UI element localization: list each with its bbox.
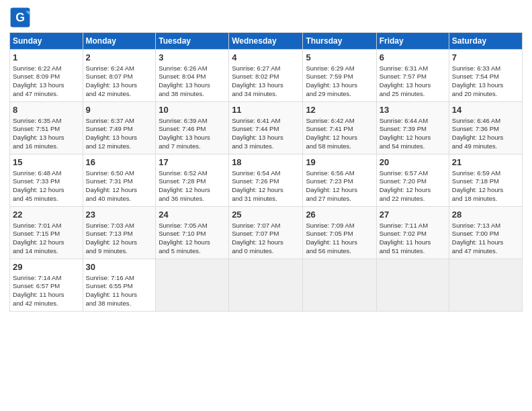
col-header-monday: Monday [83, 33, 156, 50]
day-number: 6 [380, 52, 446, 64]
day-info: Sunrise: 6:27 AM Sunset: 8:02 PM Dayligh… [232, 64, 283, 97]
calendar-cell: 7Sunrise: 6:33 AM Sunset: 7:54 PM Daylig… [449, 50, 522, 102]
day-info: Sunrise: 6:39 AM Sunset: 7:46 PM Dayligh… [159, 117, 210, 150]
col-header-saturday: Saturday [449, 33, 522, 50]
calendar-cell: 13Sunrise: 6:44 AM Sunset: 7:39 PM Dayli… [376, 102, 449, 154]
calendar-week-3: 15Sunrise: 6:48 AM Sunset: 7:33 PM Dayli… [10, 154, 523, 207]
calendar-cell [303, 259, 376, 312]
day-info: Sunrise: 6:42 AM Sunset: 7:41 PM Dayligh… [306, 117, 357, 150]
calendar-week-1: 1Sunrise: 6:22 AM Sunset: 8:09 PM Daylig… [10, 50, 523, 102]
day-info: Sunrise: 6:41 AM Sunset: 7:44 PM Dayligh… [232, 117, 283, 150]
calendar-week-5: 29Sunrise: 7:14 AM Sunset: 6:57 PM Dayli… [10, 259, 523, 312]
day-info: Sunrise: 7:03 AM Sunset: 7:13 PM Dayligh… [86, 222, 138, 255]
day-number: 1 [13, 52, 80, 64]
calendar-cell: 5Sunrise: 6:29 AM Sunset: 7:59 PM Daylig… [303, 50, 376, 102]
calendar-cell: 14Sunrise: 6:46 AM Sunset: 7:36 PM Dayli… [449, 102, 522, 154]
logo: G [9, 7, 34, 28]
day-number: 21 [452, 156, 519, 169]
calendar-cell: 24Sunrise: 7:05 AM Sunset: 7:10 PM Dayli… [156, 207, 229, 259]
day-number: 9 [86, 104, 153, 116]
calendar-cell: 9Sunrise: 6:37 AM Sunset: 7:49 PM Daylig… [83, 102, 156, 154]
day-number: 24 [159, 209, 226, 221]
day-number: 4 [232, 52, 300, 64]
calendar-cell [449, 259, 522, 312]
day-number: 8 [13, 104, 80, 116]
day-info: Sunrise: 7:14 AM Sunset: 6:57 PM Dayligh… [13, 274, 64, 307]
day-number: 17 [159, 156, 226, 169]
calendar-cell: 6Sunrise: 6:31 AM Sunset: 7:57 PM Daylig… [376, 50, 449, 102]
day-number: 20 [380, 156, 446, 169]
day-number: 14 [452, 104, 519, 116]
calendar-cell: 19Sunrise: 6:56 AM Sunset: 7:23 PM Dayli… [303, 154, 376, 207]
day-info: Sunrise: 7:05 AM Sunset: 7:10 PM Dayligh… [159, 222, 210, 255]
day-number: 11 [232, 104, 300, 116]
calendar-cell: 4Sunrise: 6:27 AM Sunset: 8:02 PM Daylig… [229, 50, 303, 102]
calendar-cell: 29Sunrise: 7:14 AM Sunset: 6:57 PM Dayli… [10, 259, 83, 312]
day-info: Sunrise: 6:22 AM Sunset: 8:09 PM Dayligh… [13, 64, 64, 97]
calendar-cell: 11Sunrise: 6:41 AM Sunset: 7:44 PM Dayli… [229, 102, 303, 154]
page-container: G SundayMondayTuesdayWednesdayThursdayFr… [0, 0, 532, 318]
day-info: Sunrise: 6:37 AM Sunset: 7:49 PM Dayligh… [86, 117, 138, 150]
calendar-cell: 26Sunrise: 7:09 AM Sunset: 7:05 PM Dayli… [303, 207, 376, 259]
svg-text:G: G [15, 11, 25, 24]
day-info: Sunrise: 6:50 AM Sunset: 7:31 PM Dayligh… [86, 169, 138, 202]
col-header-tuesday: Tuesday [156, 33, 229, 50]
calendar-cell: 3Sunrise: 6:26 AM Sunset: 8:04 PM Daylig… [156, 50, 229, 102]
day-number: 30 [86, 261, 153, 273]
calendar-week-2: 8Sunrise: 6:35 AM Sunset: 7:51 PM Daylig… [10, 102, 523, 154]
day-info: Sunrise: 7:07 AM Sunset: 7:07 PM Dayligh… [232, 222, 283, 255]
day-number: 19 [306, 156, 373, 169]
day-number: 7 [452, 52, 519, 64]
day-info: Sunrise: 7:11 AM Sunset: 7:02 PM Dayligh… [380, 222, 431, 255]
day-number: 18 [232, 156, 300, 169]
calendar-cell: 1Sunrise: 6:22 AM Sunset: 8:09 PM Daylig… [10, 50, 83, 102]
header: G [9, 7, 523, 28]
day-number: 25 [232, 209, 300, 221]
day-info: Sunrise: 7:01 AM Sunset: 7:15 PM Dayligh… [13, 222, 64, 255]
day-info: Sunrise: 7:09 AM Sunset: 7:05 PM Dayligh… [306, 222, 357, 255]
day-info: Sunrise: 7:16 AM Sunset: 6:55 PM Dayligh… [86, 274, 138, 307]
day-info: Sunrise: 6:59 AM Sunset: 7:18 PM Dayligh… [452, 169, 504, 202]
day-info: Sunrise: 6:26 AM Sunset: 8:04 PM Dayligh… [159, 64, 210, 97]
logo-icon: G [9, 7, 31, 28]
day-info: Sunrise: 6:31 AM Sunset: 7:57 PM Dayligh… [380, 64, 431, 97]
calendar-cell: 15Sunrise: 6:48 AM Sunset: 7:33 PM Dayli… [10, 154, 83, 207]
day-info: Sunrise: 6:35 AM Sunset: 7:51 PM Dayligh… [13, 117, 64, 150]
calendar-cell [156, 259, 229, 312]
day-number: 16 [86, 156, 153, 169]
calendar-cell: 23Sunrise: 7:03 AM Sunset: 7:13 PM Dayli… [83, 207, 156, 259]
day-info: Sunrise: 6:29 AM Sunset: 7:59 PM Dayligh… [306, 64, 357, 97]
calendar-cell: 21Sunrise: 6:59 AM Sunset: 7:18 PM Dayli… [449, 154, 522, 207]
calendar-cell: 25Sunrise: 7:07 AM Sunset: 7:07 PM Dayli… [229, 207, 303, 259]
day-info: Sunrise: 6:33 AM Sunset: 7:54 PM Dayligh… [452, 64, 504, 97]
calendar-cell: 10Sunrise: 6:39 AM Sunset: 7:46 PM Dayli… [156, 102, 229, 154]
day-info: Sunrise: 6:57 AM Sunset: 7:20 PM Dayligh… [380, 169, 431, 202]
col-header-friday: Friday [376, 33, 449, 50]
day-info: Sunrise: 6:44 AM Sunset: 7:39 PM Dayligh… [380, 117, 431, 150]
calendar-week-4: 22Sunrise: 7:01 AM Sunset: 7:15 PM Dayli… [10, 207, 523, 259]
calendar-cell [229, 259, 303, 312]
calendar-cell: 22Sunrise: 7:01 AM Sunset: 7:15 PM Dayli… [10, 207, 83, 259]
day-number: 10 [159, 104, 226, 116]
calendar-cell: 20Sunrise: 6:57 AM Sunset: 7:20 PM Dayli… [376, 154, 449, 207]
day-info: Sunrise: 6:48 AM Sunset: 7:33 PM Dayligh… [13, 169, 64, 202]
day-number: 13 [380, 104, 446, 116]
calendar-table: SundayMondayTuesdayWednesdayThursdayFrid… [9, 32, 523, 312]
day-info: Sunrise: 7:13 AM Sunset: 7:00 PM Dayligh… [452, 222, 504, 255]
day-number: 22 [13, 209, 80, 221]
day-number: 5 [306, 52, 373, 64]
calendar-cell: 18Sunrise: 6:54 AM Sunset: 7:26 PM Dayli… [229, 154, 303, 207]
day-number: 3 [159, 52, 226, 64]
calendar-cell: 27Sunrise: 7:11 AM Sunset: 7:02 PM Dayli… [376, 207, 449, 259]
col-header-thursday: Thursday [303, 33, 376, 50]
day-info: Sunrise: 6:56 AM Sunset: 7:23 PM Dayligh… [306, 169, 357, 202]
day-info: Sunrise: 6:24 AM Sunset: 8:07 PM Dayligh… [86, 64, 138, 97]
day-number: 28 [452, 209, 519, 221]
calendar-header-row: SundayMondayTuesdayWednesdayThursdayFrid… [10, 33, 523, 50]
calendar-cell: 8Sunrise: 6:35 AM Sunset: 7:51 PM Daylig… [10, 102, 83, 154]
day-number: 15 [13, 156, 80, 169]
col-header-sunday: Sunday [10, 33, 83, 50]
day-info: Sunrise: 6:52 AM Sunset: 7:28 PM Dayligh… [159, 169, 210, 202]
day-number: 2 [86, 52, 153, 64]
calendar-cell: 30Sunrise: 7:16 AM Sunset: 6:55 PM Dayli… [83, 259, 156, 312]
